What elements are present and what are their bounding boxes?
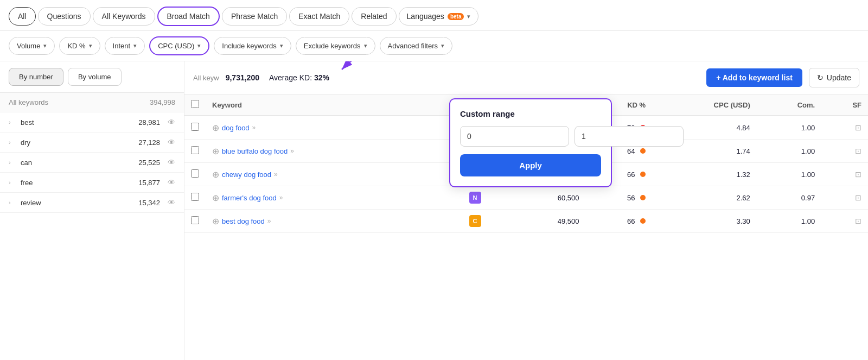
kd-filter-button[interactable]: KD % ▾ bbox=[59, 37, 100, 55]
expand-arrow-icon: » bbox=[274, 170, 278, 178]
sf-icon: ⊡ bbox=[855, 170, 861, 179]
sidebar: By number By volume All keywords 394,998… bbox=[0, 61, 184, 360]
languages-label: Languages bbox=[407, 12, 444, 21]
cpc-cell: 3.30 bbox=[652, 210, 757, 233]
exclude-keywords-filter-button[interactable]: Exclude keywords ▾ bbox=[296, 37, 375, 55]
volume-filter-button[interactable]: Volume ▾ bbox=[9, 37, 55, 55]
sidebar-keyword-count: 27,128 bbox=[138, 138, 160, 147]
tab-all[interactable]: All bbox=[9, 7, 36, 26]
total-count: 9,731,200 bbox=[226, 73, 259, 82]
avg-kd-display: Average KD: 32% bbox=[269, 73, 329, 82]
table-area: All keyw 9,731,200 Average KD: 32% + Add… bbox=[184, 61, 868, 360]
col-keyword: Keyword bbox=[206, 94, 406, 116]
apply-button[interactable]: Apply bbox=[460, 154, 601, 176]
update-button[interactable]: ↻ Update bbox=[809, 68, 859, 87]
chevron-down-icon: ▾ bbox=[441, 42, 444, 49]
all-keywords-text: All keyw bbox=[193, 74, 219, 82]
tab-broad-match[interactable]: Broad Match bbox=[157, 7, 220, 26]
select-all-checkbox[interactable] bbox=[191, 100, 199, 108]
tab-languages[interactable]: Languages beta ▾ bbox=[399, 7, 479, 26]
table-row: ⊕ best dog food » C49,50066 3.301.00⊡ bbox=[184, 210, 868, 233]
filter-bar: Volume ▾ KD % ▾ Intent ▾ CPC (USD) ▾ Inc… bbox=[0, 31, 868, 61]
include-keywords-filter-button[interactable]: Include keywords ▾ bbox=[214, 37, 291, 55]
list-item: › can 25,525 👁 bbox=[0, 153, 184, 173]
keyword-link[interactable]: ⊕ best dog food » bbox=[212, 216, 400, 226]
intent-badge: C bbox=[469, 215, 481, 227]
tab-phrase-match[interactable]: Phrase Match bbox=[222, 7, 287, 26]
sidebar-keyword-count: 15,342 bbox=[138, 199, 160, 207]
row-checkbox[interactable] bbox=[191, 146, 199, 154]
tab-questions[interactable]: Questions bbox=[38, 7, 91, 26]
exclude-keywords-label: Exclude keywords bbox=[304, 42, 361, 50]
expand-icon[interactable]: › bbox=[9, 119, 16, 125]
include-keywords-label: Include keywords bbox=[222, 42, 276, 50]
cpc-cell: 1.32 bbox=[652, 163, 757, 186]
chevron-down-icon: ▾ bbox=[43, 42, 47, 49]
tab-related[interactable]: Related bbox=[352, 7, 396, 26]
row-checkbox[interactable] bbox=[191, 123, 199, 131]
expand-icon[interactable]: › bbox=[9, 179, 16, 186]
sidebar-keyword-count: 15,877 bbox=[138, 179, 160, 187]
by-number-button[interactable]: By number bbox=[9, 68, 63, 86]
expand-arrow-icon: » bbox=[252, 124, 256, 131]
beta-badge: beta bbox=[448, 13, 464, 20]
row-checkbox[interactable] bbox=[191, 193, 199, 201]
sidebar-keyword-label: review bbox=[21, 199, 134, 207]
expand-icon[interactable]: › bbox=[9, 199, 16, 206]
com-cell: 1.00 bbox=[757, 210, 821, 233]
sidebar-keyword-label: can bbox=[21, 159, 134, 167]
keyword-link[interactable]: ⊕ chewy dog food » bbox=[212, 169, 400, 180]
list-item: › review 15,342 👁 bbox=[0, 193, 184, 213]
col-sf: SF bbox=[821, 94, 868, 116]
sidebar-keyword-count: 25,525 bbox=[138, 159, 160, 167]
eye-icon[interactable]: 👁 bbox=[168, 178, 175, 187]
plus-circle-icon: ⊕ bbox=[212, 216, 219, 226]
cpc-filter-label: CPC (USD) bbox=[158, 42, 194, 50]
volume-filter-label: Volume bbox=[17, 42, 40, 50]
volume-cell: 60,500 bbox=[488, 186, 586, 210]
eye-icon[interactable]: 👁 bbox=[168, 118, 175, 127]
chevron-down-icon: ▾ bbox=[197, 42, 201, 49]
eye-icon[interactable]: 👁 bbox=[168, 198, 175, 207]
chevron-down-icon: ▾ bbox=[364, 42, 367, 49]
cpc-cell: 2.62 bbox=[652, 186, 757, 210]
sidebar-all-keywords-label: All keywords bbox=[9, 98, 145, 106]
add-to-keyword-list-button[interactable]: + Add to keyword list bbox=[706, 68, 802, 87]
row-checkbox[interactable] bbox=[191, 169, 199, 178]
sf-cell: ⊡ bbox=[821, 186, 868, 210]
keyword-link[interactable]: ⊕ dog food » bbox=[212, 123, 400, 133]
intent-badge: N bbox=[469, 192, 481, 204]
sf-icon: ⊡ bbox=[855, 217, 861, 225]
eye-icon[interactable]: 👁 bbox=[168, 158, 175, 167]
plus-circle-icon: ⊕ bbox=[212, 193, 219, 203]
by-volume-button[interactable]: By volume bbox=[68, 68, 122, 86]
keyword-link[interactable]: ⊕ farmer's dog food » bbox=[212, 193, 400, 203]
keyword-link[interactable]: ⊕ blue buffalo dog food » bbox=[212, 146, 400, 156]
kd-difficulty-dot bbox=[640, 172, 646, 177]
cpc-filter-button[interactable]: CPC (USD) ▾ bbox=[149, 36, 209, 55]
row-checkbox[interactable] bbox=[191, 216, 199, 224]
list-item: › best 28,981 👁 bbox=[0, 112, 184, 132]
table-row: ⊕ farmer's dog food » N60,50056 2.620.97… bbox=[184, 186, 868, 210]
intent-filter-button[interactable]: Intent ▾ bbox=[105, 37, 145, 55]
expand-arrow-icon: » bbox=[290, 147, 294, 155]
expand-icon[interactable]: › bbox=[9, 139, 16, 146]
tab-exact-match[interactable]: Exact Match bbox=[289, 7, 349, 26]
com-cell: 1.00 bbox=[757, 140, 821, 163]
sidebar-keyword-label: dry bbox=[21, 138, 134, 147]
sidebar-keyword-label: best bbox=[21, 118, 134, 127]
tab-all-keywords[interactable]: All Keywords bbox=[93, 7, 155, 26]
kd-difficulty-dot bbox=[640, 218, 646, 224]
expand-arrow-icon: » bbox=[279, 194, 283, 201]
sf-cell: ⊡ bbox=[821, 210, 868, 233]
eye-icon[interactable]: 👁 bbox=[168, 138, 175, 147]
popup-title: Custom range bbox=[460, 109, 601, 118]
volume-cell: 49,500 bbox=[488, 210, 586, 233]
expand-icon[interactable]: › bbox=[9, 159, 16, 166]
range-min-input[interactable] bbox=[460, 126, 569, 147]
sf-cell: ⊡ bbox=[821, 140, 868, 163]
tab-bar: All Questions All Keywords Broad Match P… bbox=[0, 0, 868, 31]
advanced-filters-button[interactable]: Advanced filters ▾ bbox=[380, 37, 453, 55]
range-max-input[interactable] bbox=[575, 126, 684, 147]
table-header-bar: All keyw 9,731,200 Average KD: 32% + Add… bbox=[184, 61, 868, 94]
